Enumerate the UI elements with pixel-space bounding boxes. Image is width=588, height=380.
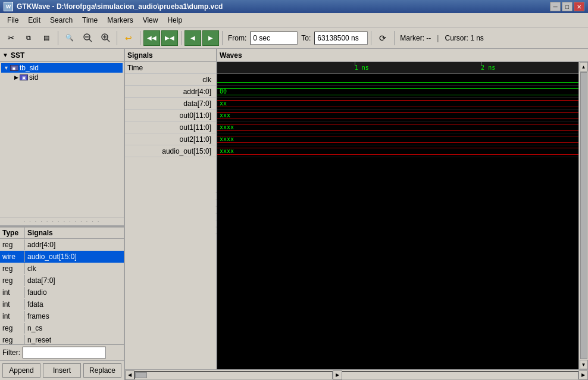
tree-label-sid: sid bbox=[29, 73, 38, 82]
filter-label: Filter: bbox=[2, 348, 20, 357]
wave-out0-box bbox=[217, 112, 578, 119]
nav-forward-button[interactable]: ▶ bbox=[202, 30, 219, 46]
sig-name-frames: frames bbox=[25, 311, 124, 322]
sig-name-audio-out: audio_out[15:0] bbox=[25, 251, 124, 262]
time-label: Time bbox=[127, 64, 143, 72]
waves-vscrollbar[interactable]: ▲ ▼ bbox=[578, 62, 588, 369]
wave-out2-box bbox=[217, 136, 578, 143]
zoom-in-button[interactable]: 🔍 bbox=[61, 30, 78, 46]
cut-button[interactable]: ✂ bbox=[2, 30, 19, 46]
chip-icon-tb: ▣ bbox=[10, 65, 18, 71]
sig-hscroll-left[interactable]: ◀ bbox=[125, 370, 135, 380]
zoom-out-button[interactable] bbox=[79, 30, 96, 46]
sig-row-faudio[interactable]: int faudio bbox=[0, 286, 124, 298]
append-button[interactable]: Append bbox=[2, 363, 40, 378]
signals-name-clk: clk bbox=[125, 74, 216, 86]
menu-time[interactable]: Time bbox=[77, 15, 102, 26]
sig-row-addr[interactable]: reg addr[4:0] bbox=[0, 239, 124, 251]
sig-hscroll-thumb[interactable] bbox=[135, 372, 147, 378]
cursor-label: Cursor: 1 ns bbox=[442, 34, 486, 42]
vscroll-down-button[interactable]: ▼ bbox=[580, 360, 588, 369]
wave-data-box bbox=[217, 100, 578, 107]
wave-row-out0: xxx bbox=[217, 110, 578, 122]
signals-panel-header: Signals bbox=[125, 49, 216, 62]
sig-row-n-reset[interactable]: reg n_reset bbox=[0, 334, 124, 344]
signals-lower-panel: Type Signals reg addr[4:0] wire audio_ou… bbox=[0, 226, 124, 380]
vscroll-thumb[interactable] bbox=[580, 72, 587, 359]
sig-type-n-cs: reg bbox=[0, 323, 25, 334]
menu-help[interactable]: Help bbox=[162, 15, 187, 26]
waves-title: Waves bbox=[220, 51, 242, 60]
sig-row-audio-out[interactable]: wire audio_out[15:0] bbox=[0, 251, 124, 263]
out2-label: out2[11:0] bbox=[180, 135, 211, 144]
action-buttons: Append Insert Replace bbox=[0, 360, 124, 380]
sig-type-fdata: int bbox=[0, 299, 25, 310]
sig-row-frames[interactable]: int frames bbox=[0, 310, 124, 322]
marker-label: Marker: -- bbox=[398, 34, 433, 42]
sig-hscroll-right[interactable]: ▶ bbox=[333, 370, 342, 380]
window-title: GTKWave - D:\forofpga\simulacion_audio\p… bbox=[17, 2, 223, 11]
sig-name-faudio: faudio bbox=[25, 287, 124, 298]
nav-next-button[interactable]: ▶◀ bbox=[161, 30, 178, 46]
replace-button[interactable]: Replace bbox=[83, 363, 121, 378]
nav-first-button[interactable]: ◀◀ bbox=[143, 30, 160, 46]
zoom-in-icon: 🔍 bbox=[65, 34, 74, 42]
sst-panel: ▼ SST ▼ ▣ tb_sid ▶ ▣ sid · · · · · · · ·… bbox=[0, 49, 125, 380]
undo-button[interactable]: ↩ bbox=[120, 30, 137, 46]
menu-search[interactable]: Search bbox=[45, 15, 77, 26]
insert-button[interactable]: Insert bbox=[43, 363, 81, 378]
wave-value-out0: xxx bbox=[217, 112, 230, 119]
filter-input[interactable] bbox=[23, 347, 106, 359]
from-input[interactable] bbox=[250, 32, 298, 45]
paste-button[interactable]: ▤ bbox=[38, 30, 55, 46]
sig-type-faudio: int bbox=[0, 287, 25, 298]
signals-resize-handle[interactable]: · · · · · · · bbox=[214, 49, 218, 380]
sig-row-clk[interactable]: reg clk bbox=[0, 263, 124, 275]
sst-collapse-icon[interactable]: ▼ bbox=[2, 52, 8, 58]
tree-item-sid[interactable]: ▶ ▣ sid bbox=[1, 73, 123, 82]
nav-prev-button[interactable]: ◀ bbox=[184, 30, 201, 46]
wave-row-addr: 00 bbox=[217, 86, 578, 98]
wave-row-audio-out: xxxx bbox=[217, 145, 578, 157]
menu-file[interactable]: File bbox=[2, 15, 23, 26]
tree-item-tb-sid[interactable]: ▼ ▣ tb_sid bbox=[1, 63, 123, 73]
svg-line-1 bbox=[89, 39, 92, 42]
wave-value-out1: xxxx bbox=[217, 124, 234, 130]
out0-label: out0[11:0] bbox=[180, 111, 211, 120]
minimize-button[interactable]: ─ bbox=[550, 2, 561, 11]
clk-label: clk bbox=[202, 76, 211, 84]
maximize-button[interactable]: □ bbox=[562, 2, 573, 11]
separator-4 bbox=[181, 31, 182, 45]
tree-expand-icon-tb: ▼ bbox=[4, 65, 9, 71]
menu-bar: File Edit Search Time Markers View Help bbox=[0, 13, 588, 27]
sig-row-fdata[interactable]: int fdata bbox=[0, 298, 124, 310]
sig-row-data[interactable]: reg data[7:0] bbox=[0, 275, 124, 286]
waves-outer: Waves 1 ns 2 ns bbox=[217, 49, 588, 380]
menu-edit[interactable]: Edit bbox=[23, 15, 45, 26]
sig-row-n-cs[interactable]: reg n_cs bbox=[0, 322, 124, 334]
signals-name-addr: addr[4:0] bbox=[125, 86, 216, 98]
zoom-fit-button[interactable] bbox=[97, 30, 114, 46]
copy-button[interactable]: ⧉ bbox=[20, 30, 37, 46]
sig-hscroll-track[interactable] bbox=[135, 371, 333, 379]
undo-icon: ↩ bbox=[125, 33, 132, 43]
chip-icon-sid: ▣ bbox=[20, 74, 28, 80]
menu-view[interactable]: View bbox=[138, 15, 163, 26]
vscroll-up-button[interactable]: ▲ bbox=[580, 62, 588, 71]
sst-title: SST bbox=[11, 51, 24, 60]
separator-3 bbox=[140, 31, 140, 45]
menu-markers[interactable]: Markers bbox=[102, 15, 137, 26]
col-signals-header: Signals bbox=[25, 228, 115, 238]
hscroll-right-button[interactable]: ▶ bbox=[578, 370, 588, 380]
waves-ruler: 1 ns 2 ns bbox=[217, 62, 578, 74]
resize-handle-dots[interactable]: · · · · · · · · · · · · · · bbox=[0, 217, 124, 226]
from-label: From: bbox=[226, 34, 249, 42]
waves-header: Waves bbox=[217, 49, 588, 62]
signals-list: reg addr[4:0] wire audio_out[15:0] reg c… bbox=[0, 239, 124, 344]
cut-icon: ✂ bbox=[8, 33, 14, 42]
to-input[interactable] bbox=[314, 32, 368, 45]
close-button[interactable]: ✕ bbox=[574, 2, 584, 11]
refresh-button[interactable]: ⟳ bbox=[374, 30, 391, 46]
sig-type-frames: int bbox=[0, 311, 25, 322]
out1-label: out1[11:0] bbox=[180, 123, 211, 132]
